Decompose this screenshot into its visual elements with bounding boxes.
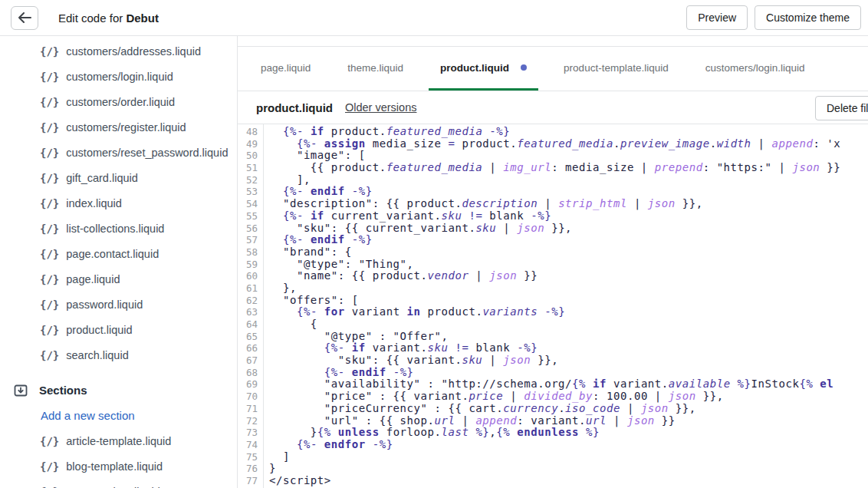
line-number: 58 [238, 246, 258, 259]
code-line[interactable]: }, [269, 282, 868, 295]
code-editor[interactable]: 4849505152535455565758596061626364656667… [238, 124, 868, 488]
preview-button[interactable]: Preview [686, 5, 748, 30]
line-number: 66 [238, 342, 258, 354]
code-line[interactable]: ] [269, 451, 868, 463]
code-line[interactable]: {%- for variant in product.variants -%} [269, 306, 868, 318]
code-line[interactable]: {%- if current_variant.sku != blank -%} [269, 210, 868, 223]
customize-theme-button[interactable]: Customize theme [755, 5, 861, 30]
liquid-file-icon: {/} [40, 71, 59, 83]
code-line[interactable]: "availability" : "http://schema.org/{% i… [269, 378, 868, 391]
editor-tab[interactable]: customers/login.liquid [694, 47, 817, 91]
sidebar-file-item[interactable]: {/}customers/addresses.liquid [0, 38, 237, 64]
code-line[interactable]: </script> [269, 475, 868, 487]
tab-label: customers/login.liquid [705, 62, 805, 74]
file-label: product.liquid [66, 324, 132, 336]
sidebar-file-item[interactable]: {/}search.liquid [0, 342, 237, 368]
line-number: 73 [238, 427, 258, 439]
code-line[interactable]: {%- endif -%} [269, 367, 868, 379]
code-line[interactable]: "url" : {{ shop.url | append: variant.ur… [269, 415, 868, 427]
sidebar-file-item[interactable]: {/}page.contact.liquid [0, 241, 237, 266]
liquid-file-icon: {/} [40, 248, 59, 260]
template-file-list: {/}customers/addresses.liquid{/}customer… [0, 38, 237, 368]
sidebar-file-item[interactable]: {/}customers/login.liquid [0, 64, 237, 89]
file-label: password.liquid [66, 298, 143, 311]
code-line[interactable]: {{ product.featured_media | img_url: med… [269, 162, 868, 174]
line-number: 72 [238, 415, 258, 427]
sidebar-file-item[interactable]: {/}article-template.liquid [0, 428, 237, 453]
back-arrow-icon [18, 12, 31, 23]
code-line[interactable]: "offers": [ [269, 295, 868, 307]
code-line[interactable]: { [269, 318, 868, 331]
back-button[interactable] [11, 6, 38, 30]
section-file-list: {/}article-template.liquid{/}blog-templa… [0, 428, 237, 488]
line-number: 49 [238, 138, 258, 150]
sidebar-file-item[interactable]: {/}index.liquid [0, 190, 237, 216]
code-line[interactable]: {%- if product.featured_media -%} [269, 126, 868, 138]
page-title-prefix: Edit code for [58, 12, 126, 25]
page-title: Edit code for Debut [58, 12, 159, 25]
tab-label: product-template.liquid [564, 62, 669, 74]
sidebar-file-item[interactable]: {/}gift_card.liquid [0, 165, 237, 190]
code-line[interactable]: "brand": { [269, 246, 868, 259]
line-number: 70 [238, 391, 258, 403]
code-line[interactable]: "price" : {{ variant.price | divided_by:… [269, 391, 868, 403]
code-line[interactable]: "sku": {{ current_variant.sku | json }}, [269, 223, 868, 235]
file-label: page.liquid [66, 273, 120, 285]
code-line[interactable]: "description": {{ product.description | … [269, 198, 868, 210]
line-number: 69 [238, 378, 258, 391]
sidebar-file-item[interactable]: {/}customers/reset_password.liquid [0, 140, 237, 165]
sidebar-file-item[interactable]: {/}product.liquid [0, 317, 237, 342]
code-line[interactable]: "sku": {{ variant.sku | json }}, [269, 354, 868, 367]
file-label: customers/order.liquid [66, 96, 175, 108]
line-number: 74 [238, 439, 258, 451]
code-line[interactable]: "@type": "Thing", [269, 259, 868, 271]
liquid-file-icon: {/} [40, 324, 59, 336]
theme-name: Debut [126, 12, 159, 25]
current-filename: product.liquid [256, 101, 333, 114]
editor-tab[interactable]: theme.liquid [336, 47, 415, 91]
code-line[interactable]: {%- endfor -%} [269, 439, 868, 451]
sidebar-file-item[interactable]: {/}list-collections.liquid [0, 216, 237, 241]
sidebar-file-item[interactable]: {/}customers/register.liquid [0, 114, 237, 140]
code-line[interactable]: ], [269, 174, 868, 186]
code-lines[interactable]: {%- if product.featured_media -%} {%- as… [264, 124, 868, 488]
sections-header[interactable]: Sections [0, 378, 237, 403]
line-number: 51 [238, 162, 258, 174]
sidebar-file-item[interactable]: {/}customers/order.liquid [0, 89, 237, 114]
sidebar-file-item[interactable]: {/}password.liquid [0, 292, 237, 317]
code-line[interactable]: }{% unless forloop.last %},{% endunless … [269, 427, 868, 439]
code-line[interactable]: {%- if variant.sku != blank -%} [269, 342, 868, 354]
line-number: 54 [238, 198, 258, 210]
code-line[interactable]: {%- endif -%} [269, 234, 868, 246]
file-label: customers/reset_password.liquid [66, 147, 228, 159]
file-label: page.contact.liquid [66, 248, 159, 260]
code-line[interactable]: "image": [ [269, 150, 868, 162]
delete-file-button[interactable]: Delete file [815, 96, 868, 120]
code-line[interactable]: {%- endif -%} [269, 186, 868, 198]
line-number: 76 [238, 463, 258, 475]
liquid-file-icon: {/} [40, 121, 59, 134]
add-section-link[interactable]: Add a new section [0, 403, 237, 428]
file-label: customers/register.liquid [66, 121, 186, 134]
older-versions-link[interactable]: Older versions [345, 101, 416, 114]
sidebar-file-item[interactable]: {/}page.liquid [0, 266, 237, 292]
line-number: 64 [238, 318, 258, 331]
code-line[interactable]: "name": {{ product.vendor | json }} [269, 270, 868, 282]
code-line[interactable]: "@type" : "Offer", [269, 331, 868, 343]
editor-tab[interactable]: page.liquid [249, 47, 322, 91]
file-label: list-collections.liquid [66, 223, 164, 235]
line-number: 60 [238, 270, 258, 282]
sidebar-file-item[interactable]: {/}blog-template.liquid [0, 453, 237, 479]
line-number: 53 [238, 186, 258, 198]
line-numbers: 4849505152535455565758596061626364656667… [238, 124, 264, 488]
code-line[interactable]: "priceCurrency" : {{ cart.currency.iso_c… [269, 403, 868, 415]
editor-tab[interactable]: product-template.liquid [552, 47, 680, 91]
code-line[interactable]: } [269, 463, 868, 475]
sidebar-file-item[interactable]: {/}cart-template.liquid [0, 479, 237, 488]
line-number: 56 [238, 223, 258, 235]
editor-tab[interactable]: product.liquid [429, 47, 538, 91]
line-number: 50 [238, 150, 258, 162]
file-label: search.liquid [66, 349, 128, 361]
liquid-file-icon: {/} [40, 45, 59, 58]
code-line[interactable]: {%- assign media_size = product.featured… [269, 138, 868, 150]
